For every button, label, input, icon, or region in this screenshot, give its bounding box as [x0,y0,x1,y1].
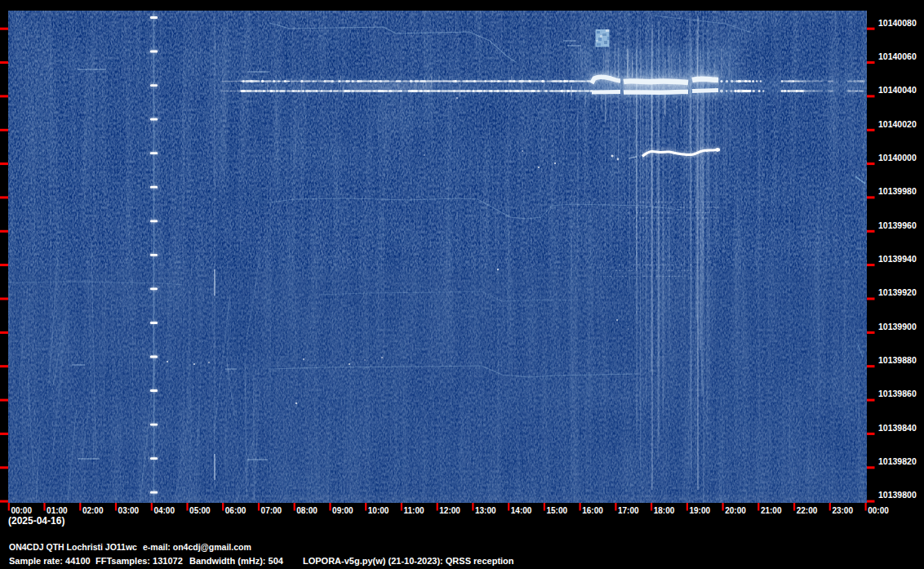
svg-text:Bandwidth (mHz): 504: Bandwidth (mHz): 504 [189,556,284,566]
svg-text:12:00: 12:00 [439,506,460,515]
svg-text:(2025-04-16): (2025-04-16) [8,515,64,527]
svg-text:07:00: 07:00 [261,506,282,515]
svg-text:13:00: 13:00 [475,506,496,515]
svg-text:23:00: 23:00 [832,506,853,515]
svg-text:FFTsamples: 131072: FFTsamples: 131072 [96,556,183,566]
svg-text:10140020: 10140020 [878,119,917,129]
svg-text:10139880: 10139880 [878,355,917,365]
svg-text:10139840: 10139840 [878,423,917,433]
svg-text:LOPORA-v5g.py(w) (21-10-2023):: LOPORA-v5g.py(w) (21-10-2023): QRSS rece… [303,556,514,566]
svg-text:10139960: 10139960 [878,220,917,230]
svg-text:10:00: 10:00 [368,506,389,515]
svg-text:Sample rate: 44100: Sample rate: 44100 [9,556,91,566]
svg-text:10139980: 10139980 [878,186,917,196]
svg-text:10139800: 10139800 [878,490,917,500]
svg-text:10139940: 10139940 [878,254,917,264]
svg-text:18:00: 18:00 [654,506,675,515]
svg-text:22:00: 22:00 [797,506,818,515]
svg-text:17:00: 17:00 [618,506,639,515]
svg-text:10139820: 10139820 [878,456,917,466]
svg-text:10139900: 10139900 [878,322,917,331]
svg-text:00:00: 00:00 [868,506,889,515]
svg-text:10140040: 10140040 [878,85,917,95]
svg-text:10139920: 10139920 [878,287,917,297]
svg-text:00:00: 00:00 [11,506,32,515]
svg-text:16:00: 16:00 [582,506,603,515]
svg-text:21:00: 21:00 [761,506,782,515]
svg-text:e-mail: on4cdj@gmail.com: e-mail: on4cdj@gmail.com [143,542,251,552]
svg-text:05:00: 05:00 [189,506,211,515]
svg-text:ON4CDJ QTH Lochristi JO11wc: ON4CDJ QTH Lochristi JO11wc [9,542,137,552]
svg-text:03:00: 03:00 [118,506,140,515]
svg-text:10139860: 10139860 [878,389,917,398]
svg-text:08:00: 08:00 [296,506,318,515]
svg-text:14:00: 14:00 [511,506,532,515]
svg-text:15:00: 15:00 [547,506,568,515]
svg-text:02:00: 02:00 [82,506,104,515]
svg-text:09:00: 09:00 [332,506,353,515]
svg-text:10140060: 10140060 [878,51,917,61]
svg-text:04:00: 04:00 [153,506,175,515]
svg-text:11:00: 11:00 [404,506,424,515]
svg-text:19:00: 19:00 [690,506,711,515]
svg-text:01:00: 01:00 [47,506,68,515]
svg-text:06:00: 06:00 [225,506,247,515]
svg-text:20:00: 20:00 [725,506,746,515]
svg-text:10140080: 10140080 [878,18,917,28]
svg-text:10140000: 10140000 [878,153,917,162]
